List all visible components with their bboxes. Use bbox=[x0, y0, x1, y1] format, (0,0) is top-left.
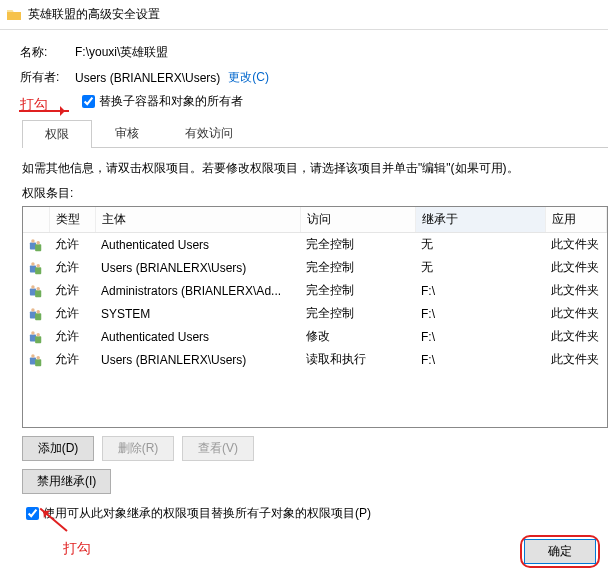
change-owner-link[interactable]: 更改(C) bbox=[228, 69, 269, 86]
users-icon bbox=[29, 284, 43, 298]
cell-applies: 此文件夹 bbox=[545, 348, 607, 371]
annotation-tick-2-label: 打勾 bbox=[63, 540, 91, 558]
add-button[interactable]: 添加(D) bbox=[22, 436, 94, 461]
table-row[interactable]: 允许SYSTEM完全控制F:\此文件夹 bbox=[23, 302, 607, 325]
svg-point-11 bbox=[36, 287, 40, 291]
cell-principal: SYSTEM bbox=[95, 302, 300, 325]
users-icon bbox=[29, 238, 43, 252]
remove-button[interactable]: 删除(R) bbox=[102, 436, 174, 461]
svg-point-19 bbox=[36, 333, 40, 337]
col-type-header[interactable]: 类型 bbox=[49, 207, 95, 233]
cell-type: 允许 bbox=[49, 233, 95, 257]
svg-rect-20 bbox=[30, 357, 36, 364]
table-row[interactable]: 允许Administrators (BRIANLERX\Ad...完全控制F:\… bbox=[23, 279, 607, 302]
svg-rect-0 bbox=[30, 242, 36, 249]
col-applies-header[interactable]: 应用 bbox=[545, 207, 607, 233]
ok-button[interactable]: 确定 bbox=[524, 539, 596, 564]
view-button[interactable]: 查看(V) bbox=[182, 436, 254, 461]
col-icon-header[interactable] bbox=[23, 207, 49, 233]
disable-inheritance-button[interactable]: 禁用继承(I) bbox=[22, 469, 111, 494]
cell-type: 允许 bbox=[49, 348, 95, 371]
owner-row: 所有者: Users (BRIANLERX\Users) 更改(C) bbox=[20, 65, 608, 90]
svg-point-23 bbox=[36, 356, 40, 360]
table-row[interactable]: 允许Authenticated Users完全控制无此文件夹 bbox=[23, 233, 607, 257]
svg-point-15 bbox=[36, 310, 40, 314]
users-icon bbox=[29, 353, 43, 367]
cell-inherited: F:\ bbox=[415, 302, 545, 325]
annotation-arrow-1 bbox=[19, 110, 69, 112]
svg-rect-14 bbox=[35, 313, 41, 320]
cell-access: 完全控制 bbox=[300, 302, 415, 325]
svg-rect-22 bbox=[35, 359, 41, 366]
entries-label: 权限条目: bbox=[22, 185, 608, 202]
tab-permissions[interactable]: 权限 bbox=[22, 120, 92, 148]
cell-principal: Authenticated Users bbox=[95, 233, 300, 257]
dialog-ok-row: 确定 bbox=[520, 535, 600, 568]
cell-type: 允许 bbox=[49, 302, 95, 325]
svg-point-1 bbox=[31, 239, 35, 243]
cell-access: 修改 bbox=[300, 325, 415, 348]
users-icon bbox=[29, 307, 43, 321]
cell-applies: 此文件夹 bbox=[545, 233, 607, 257]
svg-rect-16 bbox=[30, 334, 36, 341]
cell-access: 完全控制 bbox=[300, 233, 415, 257]
cell-access: 读取和执行 bbox=[300, 348, 415, 371]
cell-principal: Users (BRIANLERX\Users) bbox=[95, 256, 300, 279]
table-row[interactable]: 允许Users (BRIANLERX\Users)完全控制无此文件夹 bbox=[23, 256, 607, 279]
svg-point-21 bbox=[31, 354, 35, 358]
svg-rect-8 bbox=[30, 288, 36, 295]
title-bar: 英雄联盟的高级安全设置 bbox=[0, 0, 608, 30]
cell-inherited: 无 bbox=[415, 256, 545, 279]
cell-applies: 此文件夹 bbox=[545, 279, 607, 302]
svg-rect-12 bbox=[30, 311, 36, 318]
cell-inherited: F:\ bbox=[415, 325, 545, 348]
tab-effective-access[interactable]: 有效访问 bbox=[162, 119, 256, 147]
name-value: F:\youxi\英雄联盟 bbox=[75, 44, 168, 61]
window-title: 英雄联盟的高级安全设置 bbox=[28, 6, 160, 23]
users-icon bbox=[29, 261, 43, 275]
entry-buttons-row: 添加(D) 删除(R) 查看(V) bbox=[22, 436, 608, 461]
cell-type: 允许 bbox=[49, 279, 95, 302]
svg-rect-6 bbox=[35, 267, 41, 274]
name-label: 名称: bbox=[20, 44, 75, 61]
cell-access: 完全控制 bbox=[300, 256, 415, 279]
folder-icon bbox=[6, 7, 22, 23]
svg-point-13 bbox=[31, 308, 35, 312]
svg-point-17 bbox=[31, 331, 35, 335]
table-row[interactable]: 允许Authenticated Users修改F:\此文件夹 bbox=[23, 325, 607, 348]
annotation-ok-outline: 确定 bbox=[520, 535, 600, 568]
svg-point-7 bbox=[36, 264, 40, 268]
cell-inherited: F:\ bbox=[415, 348, 545, 371]
inherit-button-row: 禁用继承(I) bbox=[22, 469, 608, 494]
tab-auditing[interactable]: 审核 bbox=[92, 119, 162, 147]
cell-access: 完全控制 bbox=[300, 279, 415, 302]
cell-principal: Administrators (BRIANLERX\Ad... bbox=[95, 279, 300, 302]
cell-applies: 此文件夹 bbox=[545, 302, 607, 325]
col-access-header[interactable]: 访问 bbox=[300, 207, 415, 233]
instructions-text: 如需其他信息，请双击权限项目。若要修改权限项目，请选择该项目并单击"编辑"(如果… bbox=[22, 160, 608, 177]
svg-rect-10 bbox=[35, 290, 41, 297]
cell-applies: 此文件夹 bbox=[545, 256, 607, 279]
svg-rect-4 bbox=[30, 265, 36, 272]
col-principal-header[interactable]: 主体 bbox=[95, 207, 300, 233]
replace-owner-row: 替换子容器和对象的所有者 bbox=[78, 92, 608, 111]
owner-value: Users (BRIANLERX\Users) bbox=[75, 71, 220, 85]
replace-owner-checkbox[interactable] bbox=[82, 95, 95, 108]
cell-type: 允许 bbox=[49, 256, 95, 279]
replace-child-label: 使用可从此对象继承的权限项目替换所有子对象的权限项目(P) bbox=[43, 505, 371, 522]
cell-type: 允许 bbox=[49, 325, 95, 348]
svg-point-9 bbox=[31, 285, 35, 289]
tab-panel-permissions: 如需其他信息，请双击权限项目。若要修改权限项目，请选择该项目并单击"编辑"(如果… bbox=[0, 148, 608, 523]
table-row[interactable]: 允许Users (BRIANLERX\Users)读取和执行F:\此文件夹 bbox=[23, 348, 607, 371]
cell-applies: 此文件夹 bbox=[545, 325, 607, 348]
users-icon bbox=[29, 330, 43, 344]
svg-rect-2 bbox=[35, 244, 41, 251]
svg-point-5 bbox=[31, 262, 35, 266]
cell-principal: Authenticated Users bbox=[95, 325, 300, 348]
col-inherited-header[interactable]: 继承于 bbox=[415, 207, 545, 233]
replace-child-row: 使用可从此对象继承的权限项目替换所有子对象的权限项目(P) bbox=[22, 504, 608, 523]
permission-entries-table: 类型 主体 访问 继承于 应用 允许Authenticated Users完全控… bbox=[22, 206, 608, 428]
cell-inherited: 无 bbox=[415, 233, 545, 257]
svg-rect-18 bbox=[35, 336, 41, 343]
owner-label: 所有者: bbox=[20, 69, 75, 86]
